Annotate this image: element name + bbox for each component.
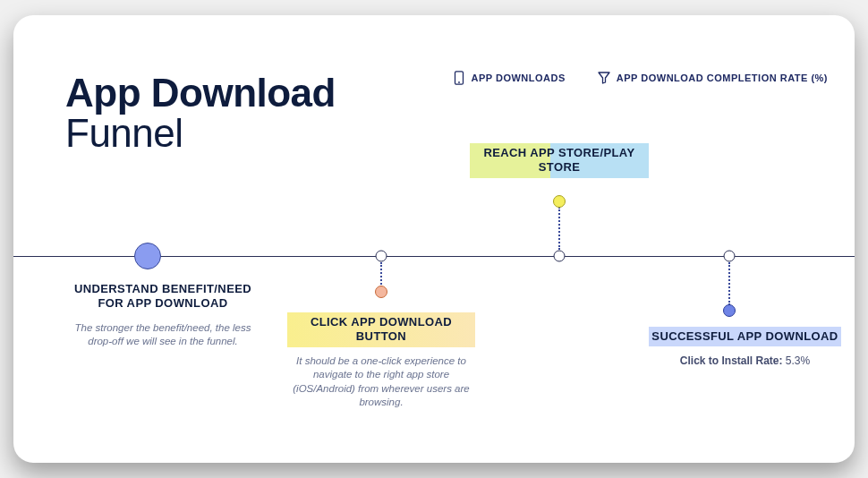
- dot-step4: [723, 304, 736, 317]
- step-click-download: CLICK APP DOWNLOAD BUTTON It should be a…: [287, 312, 475, 410]
- title-bold: App Download: [65, 73, 336, 114]
- step4-metric-label: Click to Install Rate:: [680, 354, 783, 367]
- connector-step3: [558, 207, 560, 250]
- legend: APP DOWNLOADS APP DOWNLOAD COMPLETION RA…: [454, 71, 828, 85]
- step-successful-download: SUCCESSFUL APP DOWNLOAD Click to Install…: [649, 327, 841, 367]
- connector-step4: [728, 262, 730, 305]
- title-light: Funnel: [65, 114, 336, 154]
- node-step4: [724, 251, 736, 262]
- step4-metric: Click to Install Rate: 5.3%: [649, 354, 841, 367]
- step3-title: REACH APP STORE/PLAY STORE: [470, 143, 649, 178]
- step1-desc: The stronger the benefit/need, the less …: [69, 321, 257, 349]
- connector-step2: [380, 262, 382, 287]
- node-step3: [554, 251, 566, 262]
- page-title: App Download Funnel: [65, 73, 336, 154]
- dot-step3: [553, 195, 566, 208]
- legend-completion: APP DOWNLOAD COMPLETION RATE (%): [598, 71, 828, 85]
- step4-title: SUCCESSFUL APP DOWNLOAD: [649, 327, 841, 346]
- step-understand: UNDERSTAND BENEFIT/NEED FOR APP DOWNLOAD…: [69, 279, 257, 349]
- legend-downloads: APP DOWNLOADS: [454, 71, 565, 85]
- node-step1: [134, 243, 161, 269]
- phone-icon: [454, 71, 464, 85]
- legend-downloads-label: APP DOWNLOADS: [471, 73, 565, 83]
- dot-step2: [375, 286, 387, 298]
- funnel-icon: [598, 72, 610, 84]
- step1-title: UNDERSTAND BENEFIT/NEED FOR APP DOWNLOAD: [69, 279, 257, 314]
- step2-desc: It should be a one-click experience to n…: [287, 354, 475, 410]
- funnel-card: APP DOWNLOADS APP DOWNLOAD COMPLETION RA…: [13, 15, 855, 463]
- node-step2: [376, 251, 387, 262]
- legend-completion-label: APP DOWNLOAD COMPLETION RATE (%): [617, 73, 828, 83]
- svg-point-1: [459, 81, 461, 83]
- step-reach-store: REACH APP STORE/PLAY STORE: [470, 143, 649, 178]
- step4-metric-value: 5.3%: [786, 354, 810, 367]
- step2-title: CLICK APP DOWNLOAD BUTTON: [287, 312, 475, 347]
